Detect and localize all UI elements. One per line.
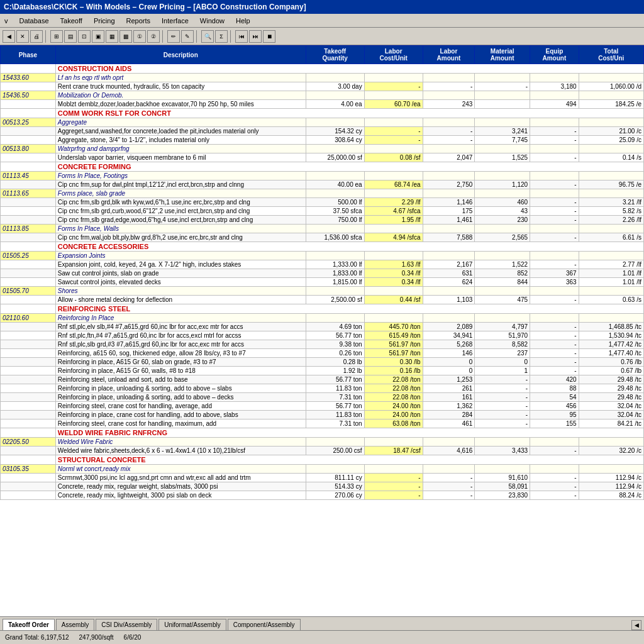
cell-qty: 500.00 lf <box>306 198 364 207</box>
toolbar-btn-12[interactable]: ✏ <box>167 30 180 43</box>
menu-takeoff[interactable]: Takeoff <box>58 16 84 25</box>
cell-material: 460 <box>475 198 530 207</box>
toolbar-btn-13[interactable]: ✎ <box>181 30 194 43</box>
table-row[interactable]: Concrete, ready mix, lightweight, 3000 p… <box>1 491 644 500</box>
table-row[interactable]: Expansion joint, cold, keyed, 24 ga. X 7… <box>1 260 644 269</box>
col-header-labor-amt: Labor Amount <box>423 46 475 64</box>
tab-csi-div[interactable]: CSI Div/Assembly <box>96 619 157 630</box>
table-row[interactable]: Rnf stl,plc,ftn,#4 #7,a615,grd 60,inc lb… <box>1 331 644 340</box>
cell-labor-cost <box>364 252 423 260</box>
table-row[interactable]: Aggreget,sand,washed,for concrete,loaded… <box>1 127 644 136</box>
table-row[interactable]: CONCRETE ACCESSORIES <box>1 242 644 252</box>
table-row[interactable]: Reinforcing in place, A615 Gr 60, slab o… <box>1 358 644 367</box>
table-row[interactable]: Rent crane truck mounted, hydraulic, 55 … <box>1 82 644 91</box>
table-row[interactable]: Cip cnc frm,slb grd,blk wth kyw,wd,6"h,1… <box>1 198 644 207</box>
cell-labor-cost: 1.95 /lf <box>364 216 423 225</box>
table-row[interactable]: 02110.60 Reinforcing In Place <box>1 314 644 323</box>
cell-desc: Saw cut control joints, slab on grade <box>55 269 306 278</box>
cell-labor-amt <box>423 287 475 296</box>
table-row[interactable]: 01505.70 Shores <box>1 287 644 296</box>
toolbar-btn-sigma[interactable]: Σ <box>215 30 228 43</box>
table-row[interactable]: Welded wire fabric,sheets,deck,6 x 6 - w… <box>1 447 644 455</box>
table-row[interactable]: CONSTRUCTION AIDS <box>1 64 644 74</box>
table-row[interactable]: Reinforcing steel, crane cost for handli… <box>1 419 644 428</box>
table-row[interactable]: 01505.25 Expansion Joints <box>1 252 644 260</box>
cell-material: 844 <box>475 278 530 287</box>
cell-material <box>475 314 530 323</box>
tab-scroll-left[interactable]: ◀ <box>631 620 641 630</box>
tab-takeoff-order[interactable]: Takeoff Order <box>3 619 55 630</box>
menu-help[interactable]: Help <box>234 16 252 25</box>
table-row[interactable]: 15433.60 Lf an hs eqp rtl wth oprt <box>1 74 644 82</box>
table-row[interactable]: Cip cnc frm,slb grd,curb,wood,6"12",2 us… <box>1 207 644 216</box>
menu-interface[interactable]: Interface <box>160 16 191 25</box>
toolbar-btn-nav2[interactable]: ⏭ <box>249 30 262 43</box>
cell-labor-cost: 22.08 /ton <box>364 393 423 402</box>
table-row[interactable]: Reinforcing in place, unloading & sortin… <box>1 393 644 402</box>
cell-qty: 1,833.00 lf <box>306 269 364 278</box>
table-row[interactable]: 01113.45 Forms In Place, Footings <box>1 172 644 180</box>
toolbar-btn-11[interactable]: ② <box>147 30 160 43</box>
table-row[interactable]: Reinforcing in place, unloading & sortin… <box>1 384 644 393</box>
table-row[interactable]: 01113.85 Forms In Place, Walls <box>1 225 644 233</box>
tab-uniformat[interactable]: Uniformat/Assembly <box>158 619 226 630</box>
table-row[interactable]: Underslab vapor barrier, visqueen membra… <box>1 153 644 162</box>
cell-material: 230 <box>475 216 530 225</box>
table-row[interactable]: Reinforcing steel, unload and sort, add … <box>1 375 644 384</box>
cell-desc: Cip cnc frm,slb grad,edge,wood,6"hg,4 us… <box>55 216 306 225</box>
table-row[interactable]: Cip cnc frm,wal,job blt,ply,blw grd,8'h,… <box>1 233 644 242</box>
table-row[interactable]: Saw cut control joints, slab on grade 1,… <box>1 269 644 278</box>
table-row[interactable]: 03105.35 Norml wt concrt,ready mix <box>1 465 644 474</box>
table-row[interactable]: Allow - shore metal decking for deflecti… <box>1 296 644 304</box>
table-row[interactable]: 02205.50 Welded Wire Fabric <box>1 438 644 447</box>
menu-database[interactable]: Database <box>18 16 51 25</box>
table-row[interactable]: COMM WORK RSLT FOR CONCRT <box>1 109 644 118</box>
toolbar-btn-10[interactable]: ① <box>133 30 146 43</box>
tab-assembly[interactable]: Assembly <box>56 619 94 630</box>
table-row[interactable]: Concrete, ready mix, regular weight, sla… <box>1 482 644 491</box>
cell-phase <box>1 260 56 269</box>
table-row[interactable]: Reinforcing in place, A615 Gr 60, walls,… <box>1 367 644 375</box>
toolbar-btn-search[interactable]: 🔍 <box>201 30 214 43</box>
toolbar-btn-nav1[interactable]: ⏮ <box>235 30 248 43</box>
toolbar-btn-9[interactable]: ▩ <box>119 30 132 43</box>
table-row[interactable]: Sawcut control joints, elevated decks 1,… <box>1 278 644 287</box>
table-row[interactable]: Rnf stl,plc,slb grd,#3 #7,a615,grd 60,in… <box>1 340 644 349</box>
cell-labor-amt: 1,146 <box>423 198 475 207</box>
menu-reports[interactable]: Reports <box>125 16 153 25</box>
toolbar-btn-6[interactable]: ⊡ <box>78 30 91 43</box>
toolbar-btn-1[interactable]: ◀ <box>3 30 15 43</box>
table-row[interactable]: WELDD WIRE FABRIC RNFRCNG <box>1 428 644 438</box>
menu-window[interactable]: Window <box>198 16 226 25</box>
table-row[interactable]: REINFORCING STEEL <box>1 304 644 314</box>
main-table-container[interactable]: Phase Description Takeoff Quantity Labor… <box>0 45 644 616</box>
table-row[interactable]: Scrmnwt,3000 psi,inc lcl agg,snd,prt cmn… <box>1 474 644 482</box>
cell-desc: Rnf stl,plc,slb grd,#3 #7,a615,grd 60,in… <box>55 340 306 349</box>
table-row[interactable]: Cip cnc frm,slb grad,edge,wood,6"hg,4 us… <box>1 216 644 225</box>
table-row[interactable]: 00513.80 Watrprfng and dampprfng <box>1 145 644 153</box>
table-row[interactable]: Reinforcing, a615 60, sog, thickened edg… <box>1 349 644 358</box>
toolbar-btn-3[interactable]: 🖨 <box>30 30 43 43</box>
table-row[interactable]: 00513.25 Aggregate <box>1 118 644 127</box>
table-row[interactable]: Rnf stl,plc,elv slb,#4 #7,a615,grd 60,in… <box>1 323 644 331</box>
table-row[interactable]: Aggregate, stone, 3/4" to 1-1/2", includ… <box>1 136 644 145</box>
table-row[interactable]: 15436.50 Mobilization Or Demob. <box>1 91 644 100</box>
toolbar-btn-8[interactable]: ▦ <box>106 30 118 43</box>
table-row[interactable]: Reinforcing in place, crane cost for han… <box>1 411 644 419</box>
menu-v[interactable]: v <box>3 16 10 25</box>
cell-phase <box>1 162 56 172</box>
table-row[interactable]: Cip cnc frm,sup for dwl,plnt tmpl,12'12'… <box>1 180 644 189</box>
table-row[interactable]: 01113.65 Forms place, slab grade <box>1 189 644 198</box>
cell-labor-cost: 561.97 /ton <box>364 349 423 358</box>
menu-pricing[interactable]: Pricing <box>92 16 117 25</box>
table-row[interactable]: Reinforcing steel, crane cost for handli… <box>1 402 644 411</box>
toolbar-btn-2[interactable]: ✕ <box>16 30 29 43</box>
toolbar-btn-nav3[interactable]: ⏹ <box>263 30 275 43</box>
toolbar-btn-7[interactable]: ▣ <box>92 30 104 43</box>
toolbar-btn-4[interactable]: ⊞ <box>50 30 63 43</box>
table-row[interactable]: Moblzt demblz,dozer,loader,backhoe excav… <box>1 100 644 109</box>
table-row[interactable]: CONCRETE FORMING <box>1 162 644 172</box>
tab-component[interactable]: Component/Assembly <box>228 619 301 630</box>
toolbar-btn-5[interactable]: ▤ <box>64 30 77 43</box>
table-row[interactable]: STRUCTURAL CONCRETE <box>1 455 644 465</box>
